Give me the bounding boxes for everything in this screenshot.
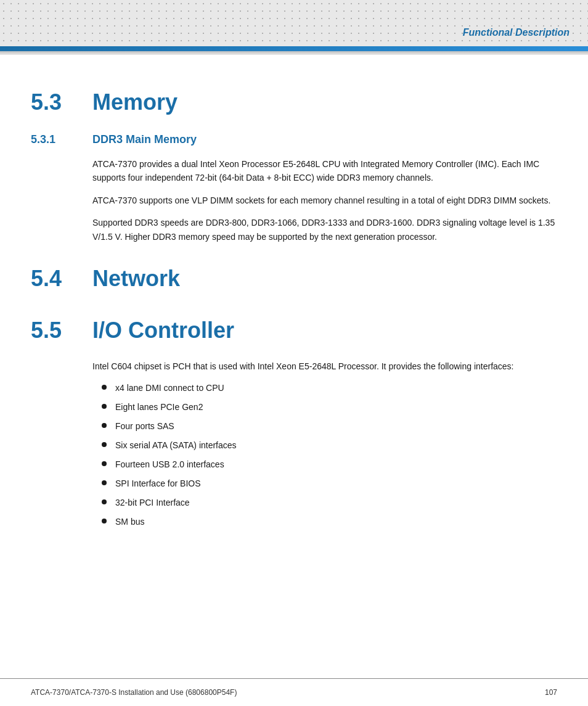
list-item: x4 lane DMI connect to CPU xyxy=(102,382,557,395)
section-5-3-title: Memory xyxy=(92,86,178,119)
para-5-3-1-3: Supported DDR3 speeds are DDR3-800, DDR3… xyxy=(92,216,557,244)
blue-accent-bar xyxy=(0,46,588,51)
section-5-4-heading: 5.4 Network xyxy=(31,262,557,295)
section-5-5-number: 5.5 xyxy=(31,314,92,347)
list-item: SM bus xyxy=(102,515,557,528)
gray-gradient-bar xyxy=(0,51,588,55)
para-5-3-1-1: ATCA-7370 provides a dual Intel Xeon Pro… xyxy=(92,157,557,185)
bullet-dot-icon xyxy=(102,404,107,409)
bullet-text: Four ports SAS xyxy=(115,420,174,433)
bullet-dot-icon xyxy=(102,519,107,523)
io-controller-bullet-list: x4 lane DMI connect to CPUEight lanes PC… xyxy=(102,382,557,528)
bullet-dot-icon xyxy=(102,423,107,428)
bullet-text: Fourteen USB 2.0 interfaces xyxy=(115,458,224,471)
dot-grid-background: Functional Description xyxy=(0,0,588,46)
list-item: SPI Interface for BIOS xyxy=(102,477,557,490)
list-item: Fourteen USB 2.0 interfaces xyxy=(102,458,557,471)
para-5-3-1-2: ATCA-7370 supports one VLP DIMM sockets … xyxy=(92,194,557,207)
footer-citation: ATCA-7370/ATCA-7370-S Installation and U… xyxy=(31,687,237,698)
section-5-4-title: Network xyxy=(92,262,180,295)
bullet-dot-icon xyxy=(102,385,107,390)
page-wrapper: Functional Description 5.3 Memory 5.3.1 … xyxy=(0,0,588,706)
bullet-text: x4 lane DMI connect to CPU xyxy=(115,382,224,395)
bullet-text: SPI Interface for BIOS xyxy=(115,477,201,490)
bullet-dot-icon xyxy=(102,461,107,466)
bullet-text: SM bus xyxy=(115,515,144,528)
list-item: Four ports SAS xyxy=(102,420,557,433)
bullet-dot-icon xyxy=(102,442,107,447)
bullet-dot-icon xyxy=(102,499,107,504)
header-title: Functional Description xyxy=(463,27,570,38)
bullet-text: Eight lanes PCIe Gen2 xyxy=(115,401,203,414)
section-5-4-number: 5.4 xyxy=(31,262,92,295)
header-title-bar: Functional Description xyxy=(463,20,588,46)
section-5-3-heading: 5.3 Memory xyxy=(31,86,557,119)
header-area: Functional Description xyxy=(0,0,588,55)
para-5-5-intro: Intel C604 chipset is PCH that is used w… xyxy=(92,359,557,373)
section-5-3-number: 5.3 xyxy=(31,86,92,119)
list-item: Six serial ATA (SATA) interfaces xyxy=(102,439,557,452)
main-content: 5.3 Memory 5.3.1 DDR3 Main Memory ATCA-7… xyxy=(0,55,588,559)
footer: ATCA-7370/ATCA-7370-S Installation and U… xyxy=(0,678,588,706)
footer-page-number: 107 xyxy=(545,687,557,698)
list-item: 32-bit PCI Interface xyxy=(102,496,557,509)
bullet-dot-icon xyxy=(102,480,107,485)
subsection-5-3-1-heading: 5.3.1 DDR3 Main Memory xyxy=(31,131,557,148)
subsection-5-3-1-number: 5.3.1 xyxy=(31,131,92,148)
subsection-5-3-1-title: DDR3 Main Memory xyxy=(92,131,197,148)
list-item: Eight lanes PCIe Gen2 xyxy=(102,401,557,414)
bullet-text: 32-bit PCI Interface xyxy=(115,496,190,509)
section-5-5-heading: 5.5 I/O Controller xyxy=(31,314,557,347)
section-5-5-title: I/O Controller xyxy=(92,314,234,347)
bullet-text: Six serial ATA (SATA) interfaces xyxy=(115,439,237,452)
